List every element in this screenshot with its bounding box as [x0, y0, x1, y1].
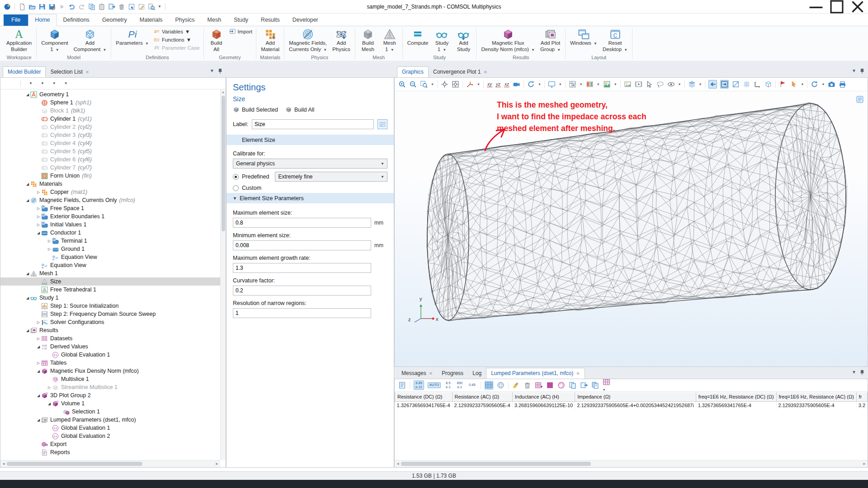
ribbon-button-functions[interactable]: f(x)Functions ▼	[153, 36, 200, 43]
expanded-arrow-icon[interactable]: ◢	[36, 231, 41, 235]
color-icon[interactable]	[586, 80, 594, 88]
field-input-3[interactable]	[233, 286, 371, 296]
ribbon-tab-results[interactable]: Results	[255, 14, 286, 26]
tree-item-form-union[interactable]: Form Union(fin)	[0, 172, 220, 180]
chevron-down-icon[interactable]: ▼	[821, 83, 825, 86]
tree-item-cylinder-4[interactable]: Cylinder 4(cyl4)	[0, 139, 220, 147]
preview-icon[interactable]	[148, 3, 155, 10]
axes-icon[interactable]	[754, 80, 761, 88]
arrow-box-on-icon[interactable]	[720, 80, 729, 89]
tree-item-export[interactable]: Export	[0, 440, 220, 448]
chevron-down-icon[interactable]: ▼	[41, 81, 44, 85]
tree-item-sphere-1[interactable]: Sphere 1(sph1)	[0, 99, 220, 107]
graphics-tab-convergence-plot-1[interactable]: Convergence Plot 1✕	[429, 67, 492, 77]
custom-radio[interactable]	[233, 185, 239, 191]
tree-item-study-1[interactable]: ◢Study 1	[0, 294, 220, 302]
chevron-down-icon[interactable]: ▼	[597, 83, 600, 86]
tree-item-terminal-1[interactable]: ▷DTerminal 1	[0, 237, 220, 245]
tree-item-mesh-1[interactable]: ◢Mesh 1	[0, 269, 220, 277]
tree-item-magnetic-fields-currents-only[interactable]: ◢Magnetic Fields, Currents Only(mfco)	[0, 196, 220, 204]
print-icon[interactable]	[839, 80, 846, 88]
predefined-radio[interactable]	[233, 174, 239, 180]
swirl-icon[interactable]	[557, 381, 565, 389]
expanded-arrow-icon[interactable]: ◢	[36, 394, 41, 398]
chevron-down-icon[interactable]: ▼	[158, 5, 161, 9]
tree-item-lumped-parameters-dset1-mfco-[interactable]: ◢8Lumped Parameters (dset1, mfco)	[0, 416, 220, 424]
minimize-button[interactable]	[806, 0, 826, 14]
comsol-logo[interactable]	[4, 3, 11, 10]
ribbon-button-build-all[interactable]: BuildAll	[206, 27, 227, 53]
expanded-arrow-icon[interactable]: ◢	[25, 198, 30, 202]
view-xz-button[interactable]: xz	[504, 82, 509, 87]
ribbon-button-parameters[interactable]: PiParameters ▼	[113, 27, 151, 47]
paste-icon[interactable]	[98, 3, 105, 10]
ribbon-button-build-mesh[interactable]: BuildMesh	[357, 27, 379, 53]
chevron-down-icon[interactable]: ▼	[580, 83, 583, 86]
play-icon[interactable]	[58, 3, 66, 10]
close-button[interactable]	[847, 0, 868, 14]
tree-item-tables[interactable]: ▷Tables	[0, 359, 220, 367]
chevron-down-icon[interactable]: ▼	[559, 83, 562, 86]
tree-item-materials[interactable]: ◢Materials	[0, 180, 220, 188]
collapsed-arrow-icon[interactable]: ▷	[47, 239, 52, 243]
center-icon[interactable]	[441, 80, 448, 88]
copy-table-icon[interactable]	[569, 381, 576, 389]
collapsed-arrow-icon[interactable]: ▷	[36, 215, 41, 219]
section-element-size[interactable]: Element Size	[226, 135, 394, 145]
duplicate-icon[interactable]	[108, 3, 115, 10]
chevron-down-icon[interactable]: ▼	[431, 83, 434, 86]
chevron-down-icon[interactable]: ▼	[29, 81, 33, 85]
ribbon-button-study-1[interactable]: Study1 ▼	[431, 27, 453, 53]
chevron-down-icon[interactable]: ▼	[852, 370, 856, 376]
report-icon[interactable]	[398, 381, 406, 389]
open-icon[interactable]	[28, 3, 36, 10]
view-yz-button[interactable]: yz	[495, 82, 501, 87]
collapsed-arrow-icon[interactable]: ▷	[36, 206, 41, 211]
tree-item-global-evaluation-2[interactable]: 8.5Global Evaluation 2	[0, 432, 220, 440]
ribbon-tab-physics[interactable]: Physics	[169, 14, 201, 26]
tree-item-results[interactable]: ◢Results	[0, 326, 220, 334]
ribbon-tab-definitions[interactable]: Definitions	[57, 14, 96, 26]
tree-vertical-scrollbar[interactable]: ▲	[220, 89, 226, 460]
build-all-button[interactable]: Build All	[285, 106, 314, 113]
graphics-canvas[interactable]: This is the meshed geometry, I want to f…	[395, 92, 868, 366]
model-builder-tab-selection-list[interactable]: Selection List✕	[46, 67, 94, 77]
tree-item-block-1[interactable]: Block 1(blk1)	[0, 107, 220, 115]
grid-icon[interactable]	[743, 80, 750, 88]
close-icon[interactable]: ✕	[429, 371, 433, 376]
tree-item-ground-1[interactable]: ▷Ground 1	[0, 245, 220, 253]
collapsed-arrow-icon[interactable]: ▷	[36, 223, 41, 227]
tree-item-initial-values-1[interactable]: ▷DInitial Values 1	[0, 221, 220, 229]
decimal-icon[interactable]: 0.85	[467, 383, 477, 387]
calibrate-for-select[interactable]: General physics▼	[233, 159, 387, 169]
select-arrow-icon[interactable]	[646, 80, 653, 88]
tree-item-conductor-1[interactable]: ◢Conductor 1	[0, 229, 220, 237]
scientific-icon[interactable]: 8.5 e-1	[444, 381, 452, 389]
tree-item-equation-view[interactable]: ∂u∂t=fEquation View	[0, 261, 220, 269]
model-builder-tab-model-builder[interactable]: Model Builder	[3, 66, 46, 78]
table-horizontal-scrollbar[interactable]: ◄►	[395, 460, 868, 467]
pin-icon[interactable]	[218, 68, 222, 75]
messages-tab-lumped-parameters-dset1-mfco-[interactable]: Lumped Parameters (dset1, mfco)✕	[486, 368, 585, 379]
build-selected-button[interactable]: Build Selected	[233, 106, 278, 113]
maximize-button[interactable]	[826, 0, 847, 14]
wire-sphere-icon[interactable]	[497, 381, 505, 389]
predefined-select[interactable]: Extremely fine▼	[275, 172, 387, 182]
tree-horizontal-scrollbar[interactable]: ◄►	[0, 460, 220, 467]
tree-item-magnetic-flux-density-norm-mfco-[interactable]: ◢Magnetic Flux Density Norm (mfco)	[0, 367, 220, 375]
ribbon-button-import[interactable]: Import	[229, 28, 253, 35]
collapsed-arrow-icon[interactable]: ▷	[36, 337, 41, 341]
tree-item-3d-plot-group-2[interactable]: ◢3D Plot Group 2	[0, 391, 220, 399]
chevron-down-icon[interactable]: ▼	[477, 83, 480, 86]
new-icon[interactable]	[19, 3, 26, 10]
redo-icon[interactable]	[78, 3, 85, 10]
trash-icon[interactable]	[524, 381, 531, 389]
ribbon-tab-materials[interactable]: Materials	[133, 14, 169, 26]
ribbon-tab-geometry[interactable]: Geometry	[96, 14, 133, 26]
table-row[interactable]: 1.326736569341765E-42.1293923375905605E-…	[395, 401, 868, 409]
ribbon-tab-home[interactable]: Home	[28, 14, 57, 26]
field-input-0[interactable]	[233, 218, 371, 228]
expanded-arrow-icon[interactable]: ◢	[25, 93, 30, 97]
expanded-arrow-icon[interactable]: ◢	[36, 345, 41, 349]
table-menu-icon[interactable]: ▼	[603, 379, 610, 392]
